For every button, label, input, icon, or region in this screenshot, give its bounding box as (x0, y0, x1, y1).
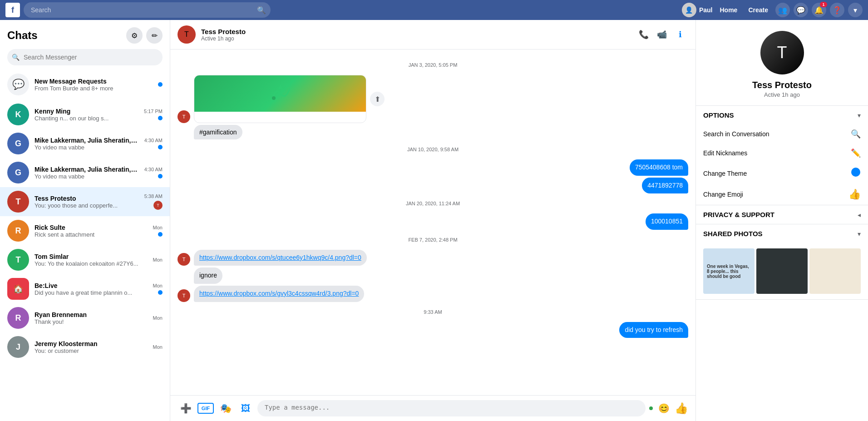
right-privacy-chevron: ◂ (858, 211, 861, 218)
date-divider-4: FEB 7, 2020, 2:48 PM (178, 237, 688, 243)
nav-friends-icon-btn[interactable]: 👥 (775, 3, 790, 17)
right-option-search-icon: 🔍 (851, 129, 861, 139)
chat-video-btn[interactable]: 📹 (654, 26, 670, 43)
chat-meta-jeremy: Mon (153, 344, 163, 350)
svg-point-0 (272, 96, 276, 100)
chat-name-rick: Rick Sulte (35, 224, 148, 231)
chat-content-ryan: Ryan Brenneman Thank you! (35, 311, 148, 325)
chat-item-group1[interactable]: G Mike Lakkerman, Julia Sheratin, Brian.… (0, 129, 170, 158)
chat-item-jeremy[interactable]: J Jeremy Kloosterman You: or customer Mo… (0, 332, 170, 362)
message-row-phone1: 7505408608 tom (178, 159, 688, 176)
chat-unread-group2 (158, 174, 163, 178)
right-panel: T Tess Protesto Active 1h ago OPTIONS ▾ … (695, 20, 868, 421)
right-shared-photos-title: SHARED PHOTOS (703, 230, 763, 238)
chat-meta-tess: 5:38 AM T (144, 193, 163, 210)
messages-bottom-spacer (178, 340, 688, 349)
chat-name-tess: Tess Protesto (35, 195, 139, 202)
sidebar-search: 🔍 (0, 47, 170, 69)
right-option-search[interactable]: Search in Conversation 🔍 (696, 124, 868, 144)
chat-item-tess[interactable]: T Tess Protesto You: yooo those and copp… (0, 187, 170, 216)
msg-bubble-phone2: 4471892778 (642, 178, 688, 194)
right-profile: T Tess Protesto Active 1h ago (696, 20, 868, 106)
chat-message-input[interactable] (257, 400, 646, 416)
chat-preview-belive: Did you have a great time plannin o... (35, 289, 148, 296)
input-add-btn[interactable]: ➕ (178, 400, 194, 416)
chat-avatar-jeremy: J (7, 336, 29, 358)
right-options-header[interactable]: OPTIONS ▾ (696, 106, 868, 124)
msg-bubble-phone1: 7505408608 tom (630, 159, 688, 176)
chat-meta-tom: Mon (153, 257, 163, 263)
chat-meta-ryan: Mon (153, 315, 163, 321)
nav-user[interactable]: 👤 Paul (682, 3, 713, 17)
right-option-emoji[interactable]: Change Emoji 👍 (696, 184, 868, 205)
message-request-icon: 💬 (7, 74, 29, 95)
sidebar-search-icon: 🔍 (12, 54, 20, 61)
chat-time-ryan: Mon (153, 315, 163, 321)
chat-item-ryan[interactable]: R Ryan Brenneman Thank you! Mon (0, 303, 170, 332)
nav-home-btn[interactable]: Home (716, 6, 741, 14)
sidebar-compose-btn[interactable]: ✏ (146, 27, 163, 44)
right-shared-photos-header[interactable]: SHARED PHOTOS ▾ (696, 224, 868, 243)
nav-help-icon-btn[interactable]: ❓ (830, 3, 844, 17)
chat-time-jeremy: Mon (153, 344, 163, 350)
chat-item-message-request[interactable]: 💬 New Message Requests From Tom Burde an… (0, 69, 170, 100)
message-row-card: T (178, 75, 688, 123)
chat-content-group2: Mike Lakkerman, Julia Sheratin, Tess... … (35, 166, 139, 180)
msg-avatar-tess-3: T (178, 289, 190, 302)
chat-avatar-belive: 🏠 (7, 278, 29, 300)
chat-time-kenny: 5:17 PM (144, 109, 163, 114)
chat-item-belive[interactable]: 🏠 Be:Live Did you have a great time plan… (0, 274, 170, 303)
sidebar-actions: ⚙ ✏ (126, 27, 163, 44)
photo-thumb-1[interactable]: One week in Vegas, 8 people... this shou… (703, 248, 755, 294)
msg-card-wrap: ⬆ (194, 75, 385, 123)
photo-thumb-2[interactable] (756, 248, 808, 294)
chat-item-rick[interactable]: R Rick Sulte Rick sent a attachment Mon (0, 216, 170, 245)
sidebar: Chats ⚙ ✏ 🔍 💬 New Message Requests From … (0, 20, 170, 421)
chat-item-tom[interactable]: T Tom Simlar You: Yo the koalaion cekoai… (0, 245, 170, 274)
chat-unread-kenny (158, 116, 163, 120)
right-privacy-title: PRIVACY & SUPPORT (703, 211, 774, 218)
nav-messenger-icon-btn[interactable]: 💬 (794, 3, 808, 17)
sidebar-settings-btn[interactable]: ⚙ (126, 27, 143, 44)
main-layout: Chats ⚙ ✏ 🔍 💬 New Message Requests From … (0, 20, 868, 421)
chat-header-actions: 📞 📹 ℹ (636, 26, 688, 43)
chat-content-kenny: Kenny Ming Chanting n... on our blog s..… (35, 108, 138, 122)
input-emoji-btn[interactable]: 😊 (656, 401, 671, 416)
link-dropbox-2[interactable]: https://www.dropbox.com/s/gvyl3c4cssqw4r… (199, 290, 359, 297)
chat-name-belive: Be:Live (35, 282, 148, 289)
chat-item-kenny[interactable]: K Kenny Ming Chanting n... on our blog s… (0, 100, 170, 129)
message-row-phone2: 4471892778 (178, 178, 688, 194)
input-thumb-btn[interactable]: 👍 (675, 402, 688, 415)
sidebar-title: Chats (7, 29, 38, 42)
msg-bubble-ignore: ignore (194, 267, 222, 284)
right-option-emoji-label: Change Emoji (703, 191, 743, 198)
chat-call-btn[interactable]: 📞 (636, 26, 652, 43)
right-option-nicknames[interactable]: Edit Nicknames ✏️ (696, 144, 868, 163)
chat-avatar-tess: T (7, 191, 29, 213)
nav-more-icon-btn[interactable]: ▾ (848, 3, 863, 17)
chat-avatar-tom: T (7, 249, 29, 271)
input-image-btn[interactable]: 🖼 (237, 400, 254, 416)
right-profile-name: Tess Protesto (752, 80, 812, 90)
sidebar-search-input[interactable] (7, 49, 163, 65)
nav-search-input[interactable] (24, 2, 271, 18)
input-sticker-btn[interactable]: 🎭 (217, 400, 234, 416)
chat-unread-belive (158, 290, 163, 295)
link-dropbox-1[interactable]: https://www.dropbox.com/s/qtucee6y1hkwq9… (199, 254, 361, 261)
nav-right: 👤 Paul Home Create 👥 💬 🔔 1 ❓ ▾ (682, 3, 863, 17)
sidebar-search-wrap: 🔍 (7, 49, 163, 65)
chat-info-btn[interactable]: ℹ (672, 26, 688, 43)
right-option-theme[interactable]: Change Theme (696, 163, 868, 184)
chat-item-group2[interactable]: G Mike Lakkerman, Julia Sheratin, Tess..… (0, 158, 170, 187)
nav-create-btn[interactable]: Create (745, 6, 772, 14)
nav-notifications-icon-btn[interactable]: 🔔 1 (812, 3, 826, 17)
right-privacy-header[interactable]: PRIVACY & SUPPORT ◂ (696, 205, 868, 224)
chat-preview-kenny: Chanting n... on our blog s... (35, 115, 138, 122)
msg-card-share-btn[interactable]: ⬆ (370, 92, 385, 106)
date-divider-5: 9:33 AM (178, 309, 688, 315)
input-gif-btn[interactable]: GIF (197, 403, 214, 414)
photo-thumb-3[interactable] (809, 248, 861, 294)
chat-content-jeremy: Jeremy Kloosterman You: or customer (35, 340, 148, 354)
chat-avatar-ryan: R (7, 307, 29, 329)
nav-user-avatar: 👤 (682, 3, 696, 17)
